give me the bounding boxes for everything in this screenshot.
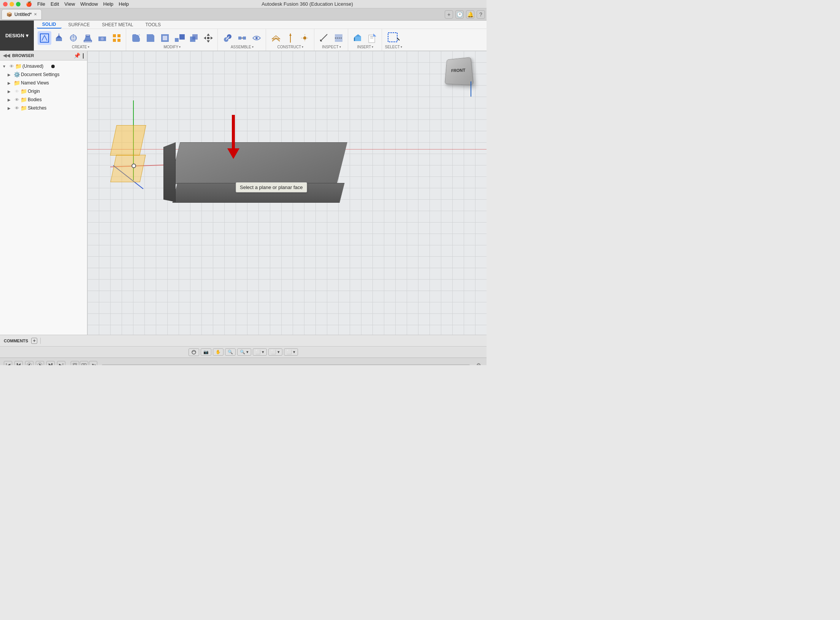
pattern-icon[interactable] (110, 31, 124, 45)
modify-label[interactable]: MODIFY ▾ (163, 45, 181, 50)
tree-item-sketches[interactable]: ▶ 👁 📁 Sketches (0, 104, 87, 112)
menu-window[interactable]: Help (103, 1, 114, 7)
settings-gear-button[interactable]: ⚙ (474, 361, 483, 366)
design-dropdown[interactable]: DESIGN ▾ (0, 21, 34, 51)
tree-item-unsaved[interactable]: ▼ 👁 📁 (Unsaved) ⏺ (0, 62, 87, 70)
construct-label[interactable]: CONSTRUCT ▾ (277, 45, 303, 50)
visual-style-button[interactable]: ⬜ ▾ (268, 348, 282, 356)
tree-eye-origin[interactable]: 👁 (14, 89, 20, 94)
camera-button[interactable] (80, 361, 88, 366)
tree-arrow-origin[interactable]: ▶ (8, 89, 13, 94)
select-box-icon[interactable] (387, 31, 400, 45)
section-icon[interactable] (332, 31, 346, 45)
tab-tools[interactable]: TOOLS (140, 21, 166, 28)
insert-mesh-icon[interactable] (351, 31, 365, 45)
animation-frame-button[interactable] (71, 361, 79, 366)
menu-edit[interactable]: View (64, 1, 75, 7)
axis-icon[interactable] (284, 31, 297, 45)
rigid-group-icon[interactable] (235, 31, 249, 45)
motion-icon[interactable] (250, 31, 263, 45)
plane-icon[interactable] (269, 31, 283, 45)
tree-item-origin[interactable]: ▶ 👁 📁 Origin (0, 87, 87, 95)
view-cube[interactable]: FRONT (445, 57, 475, 87)
combine-icon[interactable] (187, 31, 201, 45)
skip-to-end-button[interactable]: ▶| (57, 361, 65, 366)
tree-eye-bodies[interactable]: 👁 (14, 97, 20, 102)
measure-icon[interactable] (317, 31, 331, 45)
tree-item-named-views[interactable]: ▶ 📁 Named Views (0, 79, 87, 87)
person-icon-button[interactable] (89, 361, 97, 366)
create-label[interactable]: CREATE ▾ (72, 45, 89, 50)
scale-icon[interactable] (173, 31, 186, 45)
timeline-track[interactable] (102, 364, 470, 366)
tab-close-button[interactable]: ✕ (34, 12, 37, 16)
toolbar: DESIGN ▾ SOLID SURFACE SHEET METAL TOOLS (0, 21, 487, 51)
tree-eye-unsaved[interactable]: 👁 (8, 64, 14, 68)
notifications-button[interactable]: 🔔 (466, 10, 474, 19)
insert-svg-icon[interactable] (366, 31, 379, 45)
tree-item-document-settings[interactable]: ▶ ⚙️ Document Settings (0, 70, 87, 79)
loft-icon[interactable] (81, 31, 95, 45)
close-button[interactable] (3, 2, 8, 6)
assemble-label[interactable]: ASSEMBLE ▾ (231, 45, 254, 50)
tree-item-bodies[interactable]: ▶ 👁 📁 Bodies (0, 95, 87, 104)
step-forward-button[interactable] (46, 361, 55, 366)
tree-folder-origin: 📁 (21, 88, 27, 94)
tab-sheet-metal[interactable]: SHEET METAL (97, 21, 138, 28)
tree-arrow-unsaved[interactable]: ▼ (2, 64, 8, 68)
add-comment-button[interactable]: + (31, 338, 37, 344)
tree-label-origin: Origin (28, 89, 40, 94)
shell-icon[interactable] (158, 31, 172, 45)
search-button[interactable]: ? (477, 10, 485, 19)
tree-arrow-doc-settings[interactable]: ▶ (8, 73, 13, 77)
fillet-icon[interactable] (129, 31, 143, 45)
menu-help[interactable]: Help (119, 1, 129, 7)
extrude-icon[interactable] (52, 31, 66, 45)
viewport[interactable]: Select a plane or planar face FRONT (87, 51, 487, 335)
browser-collapse-button[interactable]: ◀◀ (3, 53, 10, 58)
sketch-icon[interactable] (38, 31, 51, 45)
recent-files-button[interactable]: 🕐 (455, 10, 464, 19)
mac-traffic-lights[interactable] (3, 2, 21, 6)
orbit-button[interactable] (189, 348, 199, 356)
zoom-button[interactable]: 🔍 (225, 348, 236, 356)
inspect-label[interactable]: INSPECT ▾ (322, 45, 341, 50)
tab-surface[interactable]: SURFACE (63, 21, 95, 28)
rewind-to-start-button[interactable]: |◀ (4, 361, 12, 366)
pan-button[interactable]: ✋ (213, 348, 223, 356)
chamfer-icon[interactable] (144, 31, 157, 45)
tree-folder-sketches: 📁 (21, 105, 27, 111)
menu-apple[interactable]: 🍎 (26, 1, 32, 7)
tab-untitled[interactable]: 📦 Untitled* ✕ (2, 9, 42, 20)
home-view-button[interactable]: 📷 (201, 348, 211, 356)
browser-pin-button[interactable]: 📌 (74, 52, 80, 59)
svg-point-70 (83, 364, 85, 366)
play-back-button[interactable] (25, 361, 33, 366)
menu-file[interactable]: Edit (51, 1, 59, 7)
tree-arrow-named-views[interactable]: ▶ (8, 81, 13, 85)
animation-controls (71, 361, 97, 366)
menu-fusion360[interactable]: File (37, 1, 45, 7)
hole-icon[interactable] (95, 31, 109, 45)
view-cube-face[interactable]: FRONT (445, 57, 474, 85)
tree-eye-sketches[interactable]: 👁 (14, 106, 20, 110)
zoom-dropdown-button[interactable]: 🔍 ▾ (237, 348, 251, 356)
tree-arrow-sketches[interactable]: ▶ (8, 106, 13, 110)
minimize-button[interactable] (10, 2, 14, 6)
tree-arrow-bodies[interactable]: ▶ (8, 98, 13, 102)
menu-view[interactable]: Window (80, 1, 98, 7)
play-forward-button[interactable] (36, 361, 44, 366)
playback-bar: |◀ ▶| ⚙ (0, 358, 487, 365)
revolve-icon[interactable] (67, 31, 80, 45)
step-back-button[interactable] (14, 361, 23, 366)
environment-button[interactable]: ⬜ ▾ (284, 348, 298, 356)
tab-solid[interactable]: SOLID (37, 21, 62, 29)
display-mode-button[interactable]: ⬜ ▾ (253, 348, 267, 356)
move-icon[interactable] (201, 31, 215, 45)
select-label[interactable]: SELECT ▾ (385, 45, 402, 50)
new-tab-button[interactable]: + (445, 10, 453, 19)
joint-icon[interactable] (221, 31, 235, 45)
maximize-button[interactable] (16, 2, 21, 6)
insert-label[interactable]: INSERT ▾ (357, 45, 374, 50)
point-icon[interactable] (298, 31, 312, 45)
